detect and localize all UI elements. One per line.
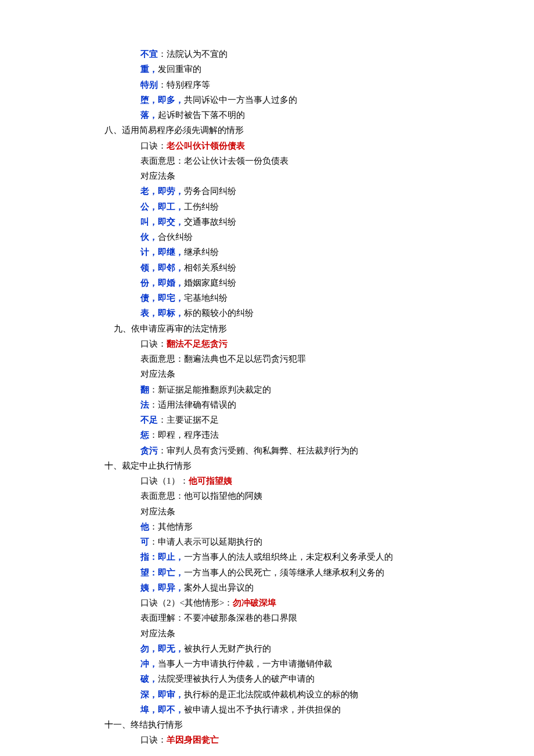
koujue-line: 口诀（1）：他可指望姨	[104, 473, 464, 488]
key: 指：即止，	[140, 552, 184, 561]
key: 勿，即无，	[140, 644, 184, 653]
desc: 工伤纠纷	[184, 202, 219, 211]
line: 望：即亡，一方当事人的公民死亡，须等继承人继承权利义务的	[104, 565, 464, 580]
koujue-text: 翻法不足惩贪污	[167, 339, 228, 348]
key: 不足	[140, 415, 158, 424]
desc: 被执行人无财产执行的	[184, 644, 271, 653]
koujue-label: 口诀（1）：	[140, 476, 189, 485]
key: 冲，	[140, 659, 158, 668]
key: 堕，即多，	[140, 95, 184, 105]
line: 堕，即多，共同诉讼中一方当事人过多的	[104, 92, 464, 107]
koujue-text: 他可指望姨	[189, 476, 232, 485]
key: 翻	[140, 385, 149, 394]
desc: ：法院认为不宜的	[158, 49, 228, 59]
desc: 合伙纠纷	[158, 232, 193, 242]
koujue-line: 口诀（2）<其他情形>：勿冲破深埠	[104, 595, 464, 610]
meaning: 表面意思：翻遍法典也不足以惩罚贪污犯罪	[104, 351, 464, 366]
key: 计，即继，	[140, 247, 184, 257]
desc: 一方当事人的公民死亡，须等继承人继承权利义务的	[184, 568, 384, 577]
line: 重，发回重审的	[104, 62, 464, 77]
desc: 婚姻家庭纠纷	[184, 278, 236, 287]
key: 他	[140, 522, 149, 531]
key: 贪污	[140, 446, 158, 455]
key: 可	[140, 537, 149, 546]
line: 表，即标，标的额较小的纠纷	[104, 305, 464, 321]
line: 勿，即无，被执行人无财产执行的	[104, 641, 464, 656]
desc: ：即程，程序违法	[149, 430, 219, 440]
koujue-label: 口诀：	[140, 339, 167, 348]
key: 表，即标，	[140, 308, 184, 318]
ref: 对应法条	[104, 504, 464, 519]
line: 份，即婚，婚姻家庭纠纷	[104, 275, 464, 290]
ref: 对应法条	[104, 366, 464, 381]
key: 埠，即不，	[140, 705, 184, 714]
desc: 相邻关系纠纷	[184, 263, 236, 272]
key: 份，即婚，	[140, 278, 184, 287]
key: 重，	[140, 64, 158, 74]
key: 不宜	[140, 49, 158, 59]
desc: ：审判人员有贪污受贿、徇私舞弊、枉法裁判行为的	[158, 446, 358, 455]
line: 伙，合伙纠纷	[104, 229, 464, 244]
koujue-label: 口诀：	[140, 141, 167, 150]
line: 可：申请人表示可以延期执行的	[104, 534, 464, 549]
key: 伙，	[140, 232, 158, 242]
line: 债，即宅，宅基地纠纷	[104, 290, 464, 305]
desc: 被申请人提出不予执行请求，并供担保的	[184, 705, 341, 714]
key: 深，即审，	[140, 690, 184, 699]
key: 特别	[140, 80, 158, 89]
key: 法	[140, 400, 149, 409]
section-9-title: 九、依申请应再审的法定情形	[104, 321, 464, 336]
desc: 执行标的是正北法院或仲裁机构设立的标的物	[184, 690, 358, 699]
key: 望：即亡，	[140, 568, 184, 577]
key: 叫，即交，	[140, 217, 184, 226]
line: 法：适用法律确有错误的	[104, 397, 464, 412]
desc: 继承纠纷	[184, 247, 219, 257]
key: 姨，即异，	[140, 583, 184, 592]
meaning: 表面意思：他可以指望他的阿姨	[104, 488, 464, 503]
key: 公，即工，	[140, 202, 184, 211]
line: 特别：特别程序等	[104, 77, 464, 92]
koujue-line: 口诀：老公叫伙计领份债表	[104, 138, 464, 153]
desc: 共同诉讼中一方当事人过多的	[184, 95, 297, 105]
koujue-text: 羊因身困瓮亡	[167, 735, 219, 744]
line: 领，即邻，相邻关系纠纷	[104, 260, 464, 275]
line: 公，即工，工伤纠纷	[104, 199, 464, 214]
line: 翻：新证据足能推翻原判决裁定的	[104, 382, 464, 397]
line: 不宜：法院认为不宜的	[104, 46, 464, 62]
key: 债，即宅，	[140, 293, 184, 303]
section-11-title: 十一、终结执行情形	[104, 717, 464, 732]
line: 深，即审，执行标的是正北法院或仲裁机构设立的标的物	[104, 687, 464, 702]
desc: ：特别程序等	[158, 80, 210, 89]
line: 冲，当事人一方申请执行仲裁，一方申请撤销仲裁	[104, 656, 464, 671]
line: 叫，即交，交通事故纠纷	[104, 214, 464, 229]
ref: 对应法条	[104, 168, 464, 183]
meaning: 表面理解：不要冲破那条深巷的巷口界限	[104, 610, 464, 625]
desc: 起诉时被告下落不明的	[158, 110, 245, 120]
desc: ：申请人表示可以延期执行的	[149, 537, 262, 546]
line: 破，法院受理被执行人为债务人的破产申请的	[104, 671, 464, 686]
key: 老，即劳，	[140, 186, 184, 196]
desc: ：其他情形	[149, 522, 193, 531]
koujue-label: 口诀（2）<其他情形>：	[140, 598, 233, 607]
koujue-text: 老公叫伙计领份债表	[167, 141, 245, 150]
line: 指：即止，一方当事人的法人或组织终止，未定权利义务承受人的	[104, 549, 464, 564]
section-8-title: 八、适用简易程序必须先调解的情形	[104, 123, 464, 138]
desc: 交通事故纠纷	[184, 217, 236, 226]
meaning: 表面意思：老公让伙计去领一份负债表	[104, 153, 464, 168]
line: 埠，即不，被申请人提出不予执行请求，并供担保的	[104, 702, 464, 717]
desc: 当事人一方申请执行仲裁，一方申请撤销仲裁	[158, 659, 332, 668]
desc: 一方当事人的法人或组织终止，未定权利义务承受人的	[184, 552, 393, 561]
koujue-text: 勿冲破深埠	[233, 598, 276, 607]
key: 破，	[140, 674, 158, 683]
koujue-line: 口诀：羊因身困瓮亡	[104, 732, 464, 747]
desc: 标的额较小的纠纷	[184, 308, 254, 318]
line: 他：其他情形	[104, 519, 464, 534]
line: 落，起诉时被告下落不明的	[104, 107, 464, 123]
line: 贪污：审判人员有贪污受贿、徇私舞弊、枉法裁判行为的	[104, 443, 464, 458]
koujue-label: 口诀：	[140, 735, 167, 744]
line: 不足：主要证据不足	[104, 412, 464, 427]
key: 惩	[140, 430, 149, 440]
section-10-title: 十、裁定中止执行情形	[104, 458, 464, 473]
line: 惩：即程，程序违法	[104, 427, 464, 442]
desc: ：主要证据不足	[158, 415, 219, 424]
